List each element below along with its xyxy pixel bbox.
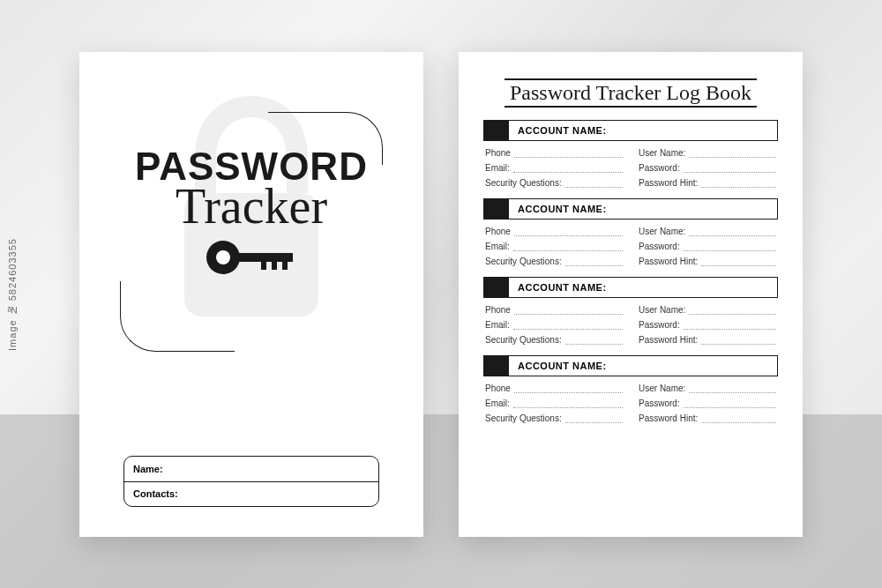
security-field[interactable]: Security Questions:	[485, 178, 623, 188]
security-label: Security Questions:	[485, 178, 562, 188]
hint-label: Password Hint:	[639, 413, 698, 423]
username-field[interactable]: User Name:	[639, 227, 776, 236]
svg-point-2	[216, 250, 230, 264]
account-entry: ACCOUNT NAME: Phone User Name: Email: Pa…	[483, 355, 778, 423]
hint-label: Password Hint:	[639, 178, 698, 188]
log-title-wrap: Password Tracker Log Book	[483, 78, 778, 108]
phone-field[interactable]: Phone	[485, 383, 623, 393]
username-label: User Name:	[639, 383, 685, 393]
log-page: Password Tracker Log Book ACCOUNT NAME: …	[459, 52, 803, 537]
entry-body: Phone User Name: Email: Password: Securi…	[483, 220, 778, 266]
password-field[interactable]: Password:	[639, 398, 776, 408]
svg-rect-3	[238, 253, 293, 262]
security-label: Security Questions:	[485, 335, 562, 345]
account-name-label: ACCOUNT NAME:	[509, 121, 777, 140]
header-block-icon	[484, 278, 509, 297]
entry-body: Phone User Name: Email: Password: Securi…	[483, 376, 778, 423]
phone-label: Phone	[485, 305, 511, 315]
phone-field[interactable]: Phone	[485, 227, 623, 236]
email-field[interactable]: Email:	[485, 320, 623, 330]
account-entry: ACCOUNT NAME: Phone User Name: Email: Pa…	[483, 198, 778, 266]
username-field[interactable]: User Name:	[639, 305, 776, 315]
owner-contacts-row[interactable]: Contacts:	[124, 481, 378, 506]
security-field[interactable]: Security Questions:	[485, 257, 623, 266]
owner-name-row[interactable]: Name:	[124, 457, 378, 481]
username-label: User Name:	[639, 305, 685, 315]
header-block-icon	[484, 121, 509, 140]
email-label: Email:	[485, 398, 510, 408]
watermark-text: Image № 5824603355	[7, 238, 18, 351]
username-label: User Name:	[639, 227, 685, 236]
phone-field[interactable]: Phone	[485, 305, 623, 315]
header-block-icon	[484, 356, 509, 376]
owner-contacts-label: Contacts:	[133, 488, 178, 499]
hint-label: Password Hint:	[639, 335, 698, 345]
email-label: Email:	[485, 163, 510, 173]
key-icon	[203, 237, 300, 281]
cover-title-sub: Tracker	[104, 184, 399, 228]
svg-rect-4	[261, 262, 266, 270]
password-label: Password:	[639, 163, 680, 173]
security-label: Security Questions:	[485, 257, 562, 266]
username-label: User Name:	[639, 148, 685, 158]
entry-body: Phone User Name: Email: Password: Securi…	[483, 141, 778, 188]
hint-label: Password Hint:	[639, 257, 698, 266]
username-field[interactable]: User Name:	[639, 383, 776, 393]
email-field[interactable]: Email:	[485, 398, 623, 408]
hint-field[interactable]: Password Hint:	[639, 257, 776, 266]
email-field[interactable]: Email:	[485, 242, 623, 251]
password-label: Password:	[639, 242, 680, 251]
svg-rect-5	[272, 262, 277, 270]
phone-field[interactable]: Phone	[485, 148, 623, 158]
email-field[interactable]: Email:	[485, 163, 623, 173]
account-name-header[interactable]: ACCOUNT NAME:	[483, 198, 778, 220]
phone-label: Phone	[485, 227, 511, 236]
security-field[interactable]: Security Questions:	[485, 335, 623, 345]
cover-title-block: PASSWORD Tracker	[104, 147, 399, 281]
owner-info-box: Name: Contacts:	[123, 456, 379, 507]
phone-label: Phone	[485, 148, 511, 158]
security-label: Security Questions:	[485, 413, 562, 423]
security-field[interactable]: Security Questions:	[485, 413, 623, 423]
hint-field[interactable]: Password Hint:	[639, 178, 776, 188]
account-name-label: ACCOUNT NAME:	[509, 199, 777, 219]
username-field[interactable]: User Name:	[639, 148, 776, 158]
password-label: Password:	[639, 320, 680, 330]
entry-body: Phone User Name: Email: Password: Securi…	[483, 298, 778, 345]
svg-rect-6	[282, 262, 288, 270]
password-field[interactable]: Password:	[639, 242, 776, 251]
phone-label: Phone	[485, 383, 511, 393]
password-label: Password:	[639, 398, 680, 408]
header-block-icon	[484, 199, 509, 219]
owner-name-label: Name:	[133, 464, 163, 474]
email-label: Email:	[485, 242, 510, 251]
account-name-header[interactable]: ACCOUNT NAME:	[483, 277, 778, 298]
log-page-title: Password Tracker Log Book	[505, 78, 757, 108]
hint-field[interactable]: Password Hint:	[639, 335, 776, 345]
account-name-header[interactable]: ACCOUNT NAME:	[483, 355, 778, 376]
account-entry: ACCOUNT NAME: Phone User Name: Email: Pa…	[483, 120, 778, 188]
account-name-header[interactable]: ACCOUNT NAME:	[483, 120, 778, 141]
password-field[interactable]: Password:	[639, 163, 776, 173]
account-name-label: ACCOUNT NAME:	[509, 278, 777, 297]
email-label: Email:	[485, 320, 510, 330]
hint-field[interactable]: Password Hint:	[639, 413, 776, 423]
password-field[interactable]: Password:	[639, 320, 776, 330]
account-name-label: ACCOUNT NAME:	[509, 356, 777, 376]
decorative-frame-bottom	[120, 281, 235, 352]
account-entry: ACCOUNT NAME: Phone User Name: Email: Pa…	[483, 277, 778, 345]
cover-art: PASSWORD Tracker	[104, 87, 399, 361]
cover-page: PASSWORD Tracker Name: Contacts:	[79, 52, 423, 537]
